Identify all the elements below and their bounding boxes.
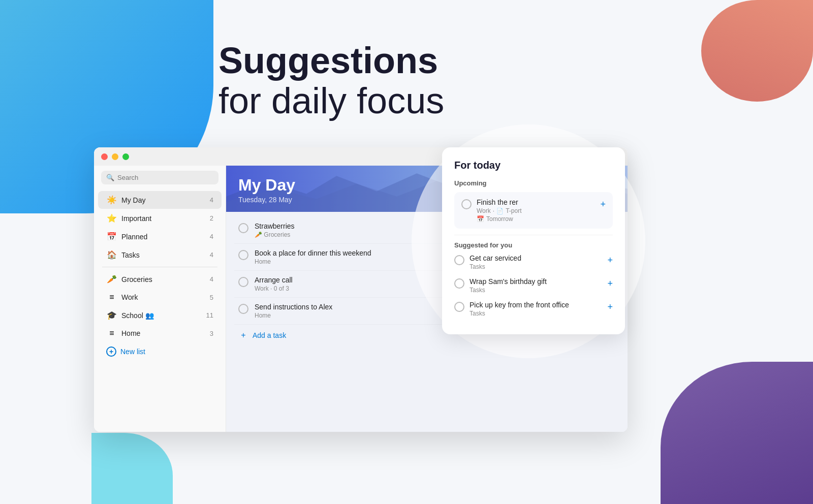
sidebar-count-work: 5 [210,294,213,301]
sidebar-count-planned: 4 [210,233,213,240]
upcoming-meta-report: T-port [506,207,521,214]
search-input[interactable] [117,174,213,181]
sidebar-item-work[interactable]: ≡ Work 5 [98,289,222,306]
new-list-plus-icon: + [106,346,116,357]
hero-title: Suggestions [218,41,444,81]
groceries-icon: 🥕 [106,274,117,284]
sidebar-item-school[interactable]: 🎓 School 👥 11 [98,306,222,324]
checkbox-pick-up-key[interactable] [454,302,464,312]
sidebar-label-groceries: Groceries [121,275,210,284]
sidebar-count-important: 2 [210,214,213,222]
upcoming-card: Finish the rer Work · 📄 T-port 📅 Tomorro… [454,192,613,229]
add-task-plus-icon: + [238,331,248,340]
sidebar-label-school: School 👥 [121,311,206,320]
for-today-panel: For today Upcoming Finish the rer Work ·… [442,147,625,334]
sidebar-label-important: Important [121,214,210,223]
planned-icon: 📅 [106,232,117,241]
new-list-button[interactable]: + New list [98,342,222,361]
add-button-get-car[interactable]: + [607,255,613,266]
work-icon: ≡ [106,293,117,302]
tasks-icon: 🏠 [106,250,117,260]
body-get-car: Get car serviced Tasks [470,254,602,270]
sidebar-count-my-day: 4 [210,196,213,204]
meta-wrap-gift: Tasks [470,287,602,294]
upcoming-checkbox[interactable] [461,199,472,209]
upcoming-meta-list: Work [477,207,491,214]
title-pick-up-key: Pick up key from the front office [470,301,602,309]
school-icon: 🎓 [106,310,117,320]
checkbox-get-car[interactable] [454,255,464,265]
body-wrap-gift: Wrap Sam's birthday gift Tasks [470,277,602,294]
calendar-icon: 📅 [477,215,484,223]
body-pick-up-key: Pick up key from the front office Tasks [470,301,602,317]
sidebar-divider [102,267,217,267]
sidebar-label-planned: Planned [121,233,210,241]
sidebar-count-school: 11 [206,311,213,319]
search-icon: 🔍 [106,174,114,181]
upcoming-item-date: 📅 Tomorrow [477,215,595,223]
sidebar-count-home: 3 [210,330,213,337]
add-button-pick-up-key[interactable]: + [607,302,613,312]
meta-get-car: Tasks [470,263,602,270]
sidebar-label-work: Work [121,293,210,301]
hero-subtitle: for daily focus [218,81,444,121]
hero-section: Suggestions for daily focus [218,41,444,121]
sidebar-item-groceries[interactable]: 🥕 Groceries 4 [98,270,222,288]
suggested-item-pick-up-key: Pick up key from the front office Tasks … [454,301,613,317]
search-bar[interactable]: 🔍 [101,171,218,184]
suggested-item-wrap-gift: Wrap Sam's birthday gift Tasks + [454,277,613,294]
suggested-item-get-car: Get car serviced Tasks + [454,254,613,270]
meta-pick-up-key: Tasks [470,310,602,317]
report-icon: 📄 [496,208,504,214]
important-icon: ⭐ [106,213,117,223]
upcoming-label: Upcoming [454,179,613,187]
sidebar-nav: ☀️ My Day 4 ⭐ Important 2 📅 Planned 4 🏠 … [94,188,226,428]
suggested-label: Suggested for you [454,241,613,249]
my-day-icon: ☀️ [106,195,117,205]
task-checkbox-send-instructions[interactable] [238,304,248,314]
bg-shape-cyan [91,433,173,504]
home-list-icon: ≡ [106,329,117,338]
add-button-wrap-gift[interactable]: + [607,278,613,289]
dot-separator: · [493,207,494,214]
sidebar-label-my-day: My Day [121,196,210,204]
checkbox-wrap-gift[interactable] [454,278,464,289]
bg-shape-purple [661,362,813,504]
add-task-label: Add a task [253,331,286,339]
sidebar-count-tasks: 4 [210,251,213,259]
for-today-title: For today [454,160,613,171]
sidebar-label-home: Home [121,329,210,337]
sidebar-item-my-day[interactable]: ☀️ My Day 4 [98,191,222,209]
sidebar-item-important[interactable]: ⭐ Important 2 [98,209,222,227]
traffic-light-green[interactable] [122,153,129,160]
sidebar-label-tasks: Tasks [121,251,210,259]
sidebar-item-tasks[interactable]: 🏠 Tasks 4 [98,246,222,264]
bg-shape-red [701,0,813,102]
task-checkbox-book-dinner[interactable] [238,250,248,260]
upcoming-add-button[interactable]: + [600,199,606,210]
upcoming-date: Tomorrow [486,215,513,223]
traffic-light-red[interactable] [101,153,108,160]
upcoming-item-title: Finish the rer [477,198,595,206]
sidebar-item-planned[interactable]: 📅 Planned 4 [98,228,222,245]
task-checkbox-arrange-call[interactable] [238,277,248,287]
title-wrap-gift: Wrap Sam's birthday gift [470,277,602,286]
upcoming-item-meta: Work · 📄 T-port [477,207,595,214]
traffic-light-yellow[interactable] [112,153,118,160]
sidebar: 🔍 ☀️ My Day 4 ⭐ Important 2 📅 Planned 4 [94,147,226,432]
sidebar-count-groceries: 4 [210,275,213,283]
sidebar-item-home[interactable]: ≡ Home 3 [98,325,222,342]
section-divider [454,235,613,235]
new-list-label: New list [120,348,145,356]
title-get-car: Get car serviced [470,254,602,262]
task-checkbox-strawberries[interactable] [238,223,248,233]
